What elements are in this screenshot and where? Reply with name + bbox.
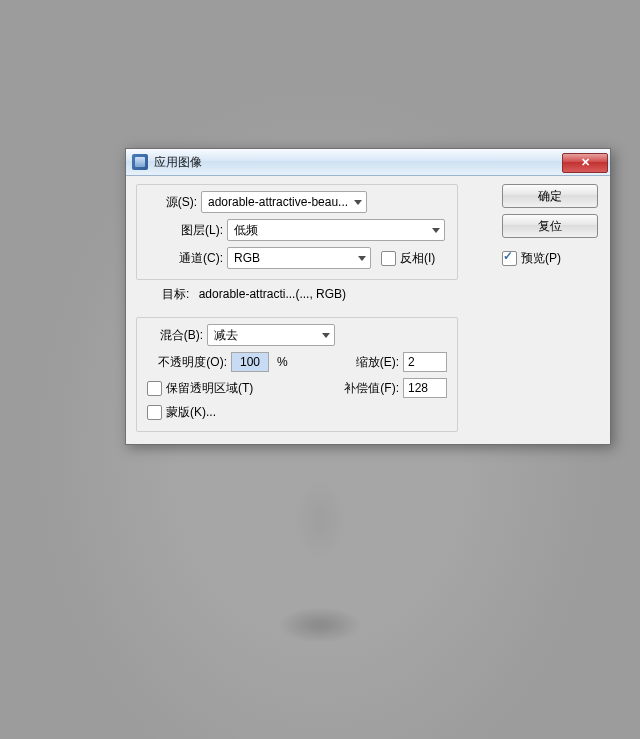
layer-label: 图层(L):: [147, 222, 223, 239]
source-label: 源(S):: [147, 194, 197, 211]
chevron-down-icon: [358, 256, 366, 261]
chevron-down-icon: [432, 228, 440, 233]
preview-checkbox-wrap[interactable]: 预览(P): [502, 250, 598, 267]
opacity-input[interactable]: 100: [231, 352, 269, 372]
ok-button[interactable]: 确定: [502, 184, 598, 208]
invert-checkbox-wrap[interactable]: 反相(I): [381, 250, 435, 267]
opacity-suffix: %: [277, 355, 288, 369]
ok-label: 确定: [538, 188, 562, 205]
preserve-transparency-checkbox[interactable]: [147, 381, 162, 396]
target-row: 目标: adorable-attracti...(..., RGB): [162, 286, 600, 303]
mask-checkbox-wrap[interactable]: 蒙版(K)...: [147, 404, 216, 421]
dialog-side-buttons: 确定 复位 预览(P): [502, 184, 598, 267]
close-icon: ✕: [581, 156, 590, 169]
blend-group: 混合(B): 减去 不透明度(O): 100 % 缩放(E): 2: [136, 317, 458, 432]
opacity-value: 100: [240, 355, 260, 369]
opacity-label: 不透明度(O):: [147, 354, 227, 371]
preserve-transparency-wrap[interactable]: 保留透明区域(T): [147, 380, 253, 397]
mask-label: 蒙版(K)...: [166, 404, 216, 421]
channel-label: 通道(C):: [147, 250, 223, 267]
chevron-down-icon: [354, 200, 362, 205]
dialog-body: 源(S): adorable-attractive-beau... 图层(L):…: [126, 176, 610, 444]
scale-input[interactable]: 2: [403, 352, 447, 372]
blend-mode-value: 减去: [214, 327, 238, 344]
layer-value: 低频: [234, 222, 258, 239]
invert-label: 反相(I): [400, 250, 435, 267]
invert-checkbox[interactable]: [381, 251, 396, 266]
reset-button[interactable]: 复位: [502, 214, 598, 238]
source-file-select[interactable]: adorable-attractive-beau...: [201, 191, 367, 213]
target-label: 目标:: [162, 287, 189, 301]
layer-select[interactable]: 低频: [227, 219, 445, 241]
offset-input[interactable]: 128: [403, 378, 447, 398]
dialog-title: 应用图像: [154, 154, 562, 171]
preview-checkbox[interactable]: [502, 251, 517, 266]
blend-mode-select[interactable]: 减去: [207, 324, 335, 346]
offset-label: 补偿值(F):: [317, 380, 399, 397]
close-button[interactable]: ✕: [562, 153, 608, 173]
channel-value: RGB: [234, 251, 260, 265]
titlebar[interactable]: 应用图像 ✕: [126, 149, 610, 176]
chevron-down-icon: [322, 333, 330, 338]
scale-value: 2: [408, 355, 415, 369]
app-icon: [132, 154, 148, 170]
apply-image-dialog: 应用图像 ✕ 源(S): adorable-attractive-beau...…: [125, 148, 611, 445]
target-value: adorable-attracti...(..., RGB): [199, 287, 346, 301]
scale-label: 缩放(E):: [301, 354, 399, 371]
channel-select[interactable]: RGB: [227, 247, 371, 269]
preview-label: 预览(P): [521, 250, 561, 267]
source-file-value: adorable-attractive-beau...: [208, 195, 348, 209]
reset-label: 复位: [538, 218, 562, 235]
source-group: 源(S): adorable-attractive-beau... 图层(L):…: [136, 184, 458, 280]
offset-value: 128: [408, 381, 428, 395]
preserve-transparency-label: 保留透明区域(T): [166, 380, 253, 397]
blend-label: 混合(B):: [147, 327, 203, 344]
mask-checkbox[interactable]: [147, 405, 162, 420]
